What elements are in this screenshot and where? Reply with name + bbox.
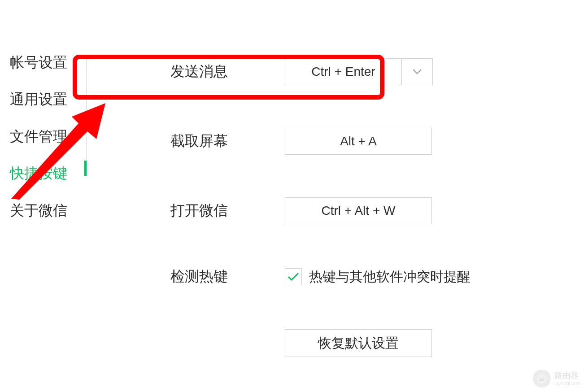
router-icon [533,370,551,388]
sidebar-item-about[interactable]: 关于微信 [10,202,90,219]
send-message-label: 发送消息 [170,62,285,82]
chevron-down-icon[interactable] [402,59,432,85]
checkmark-icon [287,272,300,282]
sidebar-item-hotkeys[interactable]: 快捷按键 [10,165,90,182]
settings-sidebar: 帐号设置 通用设置 文件管理 快捷按键 关于微信 [0,0,90,392]
detect-hotkey-label: 检测热键 [170,267,285,287]
sidebar-item-files[interactable]: 文件管理 [10,128,90,145]
sidebar-divider [86,57,87,176]
sidebar-item-general[interactable]: 通用设置 [10,91,90,108]
screenshot-label: 截取屏幕 [170,131,285,151]
detect-hotkey-checkbox-row: 热键与其他软件冲突时提醒 [285,268,470,286]
open-wechat-label: 打开微信 [170,201,285,221]
open-wechat-hotkey-input[interactable]: Ctrl + Alt + W [285,197,432,224]
send-message-dropdown[interactable]: Ctrl + Enter [285,58,433,85]
svg-point-1 [537,374,547,383]
detect-hotkey-checkbox-label: 热键与其他软件冲突时提醒 [309,268,470,286]
watermark-title: 路由器 [554,371,581,380]
screenshot-hotkey-input[interactable]: Alt + A [285,128,432,155]
svg-point-4 [543,377,544,379]
sidebar-active-indicator [84,161,87,176]
restore-defaults-button[interactable]: 恢复默认设置 [285,329,432,357]
svg-point-3 [540,377,541,379]
watermark-text: 路由器 luyouqi.com [554,371,581,386]
detect-hotkey-checkbox[interactable] [285,268,302,285]
setting-row-open-wechat: 打开微信 Ctrl + Alt + W [170,197,588,224]
settings-main: 发送消息 Ctrl + Enter 截取屏幕 Alt + A 打开微信 Ctrl… [90,0,588,392]
sidebar-item-account[interactable]: 帐号设置 [10,54,90,71]
watermark-subtitle: luyouqi.com [554,380,581,386]
setting-row-send-message: 发送消息 Ctrl + Enter [170,58,588,85]
setting-row-screenshot: 截取屏幕 Alt + A [170,128,588,155]
watermark: 路由器 luyouqi.com [533,370,581,388]
svg-rect-2 [539,379,544,381]
setting-row-detect-hotkey: 检测热键 热键与其他软件冲突时提醒 [170,267,588,287]
send-message-value: Ctrl + Enter [285,59,402,85]
